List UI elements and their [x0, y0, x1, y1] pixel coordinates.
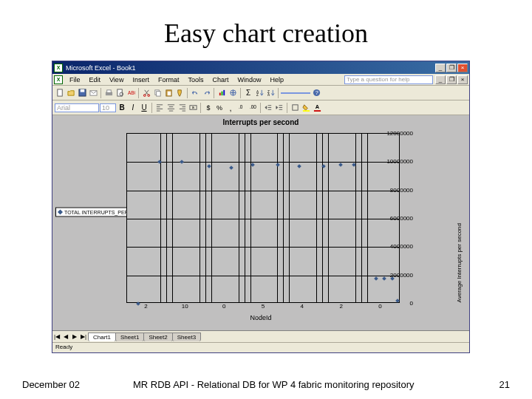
- menu-help[interactable]: Help: [265, 75, 288, 84]
- hyperlink-icon[interactable]: [228, 88, 238, 98]
- svg-rect-17: [223, 90, 225, 95]
- align-center-icon[interactable]: [166, 103, 176, 113]
- chart-wizard-icon[interactable]: [216, 88, 227, 98]
- preview-icon[interactable]: [115, 88, 125, 98]
- mail-icon[interactable]: [88, 88, 98, 98]
- percent-icon[interactable]: %: [214, 103, 225, 113]
- increase-indent-icon[interactable]: [274, 103, 284, 113]
- help-search-input[interactable]: Type a question for help: [344, 75, 433, 84]
- y-axis-label: Average Interrupts per second: [456, 223, 463, 302]
- chart-area[interactable]: Interrupts per second TOTAL INTERRUPTS_P…: [52, 115, 469, 330]
- gridline-v: [239, 134, 239, 302]
- currency-icon[interactable]: $: [203, 103, 214, 113]
- sheet-tab-sheet2[interactable]: Sheet2: [143, 332, 172, 341]
- plot-area[interactable]: [126, 133, 400, 303]
- gridline-v: [355, 134, 356, 302]
- svg-text:?: ?: [315, 89, 318, 96]
- font-size-box[interactable]: 10: [100, 103, 116, 112]
- format-painter-icon[interactable]: [174, 88, 185, 98]
- menu-window[interactable]: Window: [233, 75, 265, 84]
- gridline-h: [127, 247, 399, 248]
- new-icon[interactable]: [55, 88, 65, 98]
- align-right-icon[interactable]: [177, 103, 187, 113]
- menu-format[interactable]: Format: [154, 75, 184, 84]
- app-icon[interactable]: X: [54, 75, 63, 84]
- svg-rect-30: [302, 110, 309, 112]
- menubar: X File Edit View Insert Format Tools Cha…: [52, 74, 469, 86]
- open-icon[interactable]: [66, 88, 76, 98]
- copy-icon[interactable]: [152, 88, 163, 98]
- data-point: [250, 163, 255, 167]
- sheet-tab-sheet1[interactable]: Sheet1: [115, 332, 144, 341]
- menu-file[interactable]: File: [65, 75, 85, 84]
- gridline-v: [328, 134, 329, 302]
- gridline-h: [127, 191, 399, 191]
- menu-chart[interactable]: Chart: [208, 75, 233, 84]
- menu-view[interactable]: View: [105, 75, 128, 84]
- bold-icon[interactable]: B: [117, 103, 127, 113]
- font-color-icon[interactable]: A: [312, 103, 322, 113]
- sum-icon[interactable]: Σ: [243, 88, 253, 98]
- undo-icon[interactable]: [190, 88, 200, 98]
- doc-minimize-button[interactable]: _: [435, 75, 446, 84]
- save-icon[interactable]: [77, 88, 87, 98]
- close-button[interactable]: ×: [457, 64, 468, 72]
- data-point: [229, 166, 233, 170]
- gridline-v: [250, 134, 251, 302]
- sheet-tab-sheet3[interactable]: Sheet3: [172, 332, 201, 341]
- menu-edit[interactable]: Edit: [85, 75, 106, 84]
- doc-close-button[interactable]: ×: [457, 75, 468, 84]
- tab-nav-first-icon[interactable]: |◀: [52, 332, 61, 342]
- x-tick-label: 5: [262, 303, 265, 310]
- data-point: [338, 163, 343, 167]
- fill-color-icon[interactable]: [301, 103, 311, 113]
- decrease-indent-icon[interactable]: [263, 103, 273, 113]
- decrease-decimal-icon[interactable]: .00: [248, 103, 258, 113]
- y-tick-label: 12000000: [386, 130, 413, 137]
- increase-decimal-icon[interactable]: .0: [236, 103, 247, 113]
- gridline-v: [367, 134, 368, 302]
- svg-text:Z: Z: [256, 93, 258, 97]
- tab-nav-next-icon[interactable]: ▶: [70, 332, 79, 342]
- maximize-button[interactable]: ❐: [446, 64, 457, 72]
- x-tick-label: 0: [222, 303, 225, 310]
- sort-desc-icon[interactable]: ZA: [265, 88, 276, 98]
- minimize-button[interactable]: _: [435, 64, 446, 72]
- paste-icon[interactable]: [163, 88, 174, 98]
- spell-icon[interactable]: ABC: [126, 88, 136, 98]
- doc-restore-button[interactable]: ❐: [446, 75, 457, 84]
- print-icon[interactable]: [103, 88, 114, 98]
- data-point: [297, 164, 301, 168]
- italic-icon[interactable]: I: [128, 103, 138, 113]
- tab-nav-last-icon[interactable]: ▶|: [79, 332, 88, 342]
- tab-nav-prev-icon[interactable]: ◀: [61, 332, 70, 342]
- svg-text:a: a: [191, 105, 194, 109]
- data-point: [395, 299, 400, 303]
- svg-text:A: A: [267, 93, 270, 97]
- svg-rect-15: [219, 93, 220, 96]
- y-tick-label: 6000000: [390, 215, 413, 222]
- zoom-box[interactable]: [281, 92, 310, 94]
- excel-icon: X: [54, 64, 63, 72]
- font-name-box[interactable]: Arial: [55, 103, 99, 112]
- cut-icon[interactable]: [141, 88, 151, 98]
- gridline-v: [205, 134, 206, 302]
- slide-footer: December 02 MR RDB API - Relational DB f…: [0, 379, 532, 390]
- data-point: [382, 276, 386, 281]
- borders-icon[interactable]: [290, 103, 300, 113]
- menu-insert[interactable]: Insert: [128, 75, 154, 84]
- sort-asc-icon[interactable]: AZ: [254, 88, 265, 98]
- status-text: Ready: [55, 344, 72, 350]
- comma-icon[interactable]: ,: [225, 103, 236, 113]
- gridline-v: [200, 134, 200, 302]
- help-icon[interactable]: ?: [311, 88, 321, 98]
- align-left-icon[interactable]: [154, 103, 165, 113]
- redo-icon[interactable]: [201, 88, 211, 98]
- merge-icon[interactable]: a: [188, 103, 198, 113]
- underline-icon[interactable]: U: [139, 103, 149, 113]
- status-bar: Ready: [52, 342, 469, 352]
- menu-tools[interactable]: Tools: [183, 75, 208, 84]
- sheet-tab-chart1[interactable]: Chart1: [88, 332, 116, 341]
- svg-rect-16: [221, 92, 222, 96]
- standard-toolbar: ABC Σ AZ ZA ?: [52, 86, 469, 100]
